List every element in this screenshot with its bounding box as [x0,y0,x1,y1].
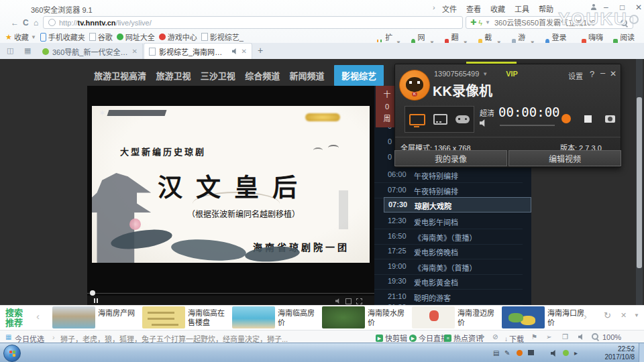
schedule-row[interactable]: 19:00《海南美》（首播） [374,259,523,275]
share-icon[interactable]: ➢ [546,333,551,341]
channel-tab-news[interactable]: 新闻频道 [290,69,325,82]
kk-account[interactable]: 13907565499 [434,70,479,78]
recommend-thumb-map-yellow[interactable] [142,306,185,328]
bookmark-site-directory[interactable]: 网址大全 [117,32,155,42]
recommend-item[interactable]: 海南房产网 [98,308,140,318]
schedule-row[interactable]: 12:30爱电影午间档 [374,214,523,229]
kk-settings-button[interactable]: 设置 [568,70,583,81]
bookmark-google[interactable]: 谷歌 [89,32,113,42]
tab-list-icon[interactable]: ▦ [24,46,31,55]
kk-close-button[interactable]: ✕ [610,69,616,78]
recommend-thumb-forest[interactable] [322,306,365,328]
lightning-icon[interactable]: ϟ [478,19,482,27]
recommend-refresh-icon[interactable]: ↻ [604,310,611,320]
recommend-thumb-map-color[interactable] [502,306,545,328]
mute-icon[interactable] [578,334,584,340]
kk-screenshot-button[interactable] [605,115,615,123]
back-button[interactable]: ← [11,18,19,27]
zoom-icon[interactable] [592,333,598,340]
page-scrollbar-thumb[interactable] [637,97,642,268]
kk-help-button[interactable]: ? [590,69,594,79]
tray-display-icon[interactable] [528,350,534,355]
kk-minimize-button[interactable]: – [600,68,605,78]
recommend-thumb-city[interactable] [52,306,95,328]
tab-hainan-tv[interactable]: 影视综艺_海南网络广播电视 ✕ [144,43,252,60]
recommend-more-icon[interactable]: ▼ [634,312,639,318]
kk-window-mode-icon[interactable] [433,114,447,125]
video-progress-handle[interactable] [90,290,95,296]
zoom-level[interactable]: 100% [602,333,621,341]
sidebar-toggle-icon[interactable]: ◫ [7,46,13,55]
hot-news-button[interactable]: ≡热点资讯 [444,333,483,343]
kk-my-videos-button[interactable]: 我的录像 [394,150,507,166]
new-tab-button[interactable]: + [258,45,263,56]
today-live-button[interactable]: ▶今日直播 [409,333,448,343]
settings-icon[interactable] [345,298,352,304]
recommend-item[interactable]: 海南澄迈房价 [458,308,499,327]
fullscreen-icon[interactable] [356,298,362,304]
menu-tools[interactable]: 工具 [515,3,529,14]
close-tab-icon[interactable]: ✕ [132,48,138,55]
kk-quality-label[interactable]: 超清 [480,107,494,118]
recommend-item[interactable]: 海南海口房价 [547,308,589,327]
schedule-row[interactable]: 16:50《海南美》（重播） [374,229,523,245]
close-tab-icon[interactable]: ✕ [241,48,247,55]
tray-kk-icon[interactable] [517,350,523,356]
tray-notify-icon[interactable]: ▸ [574,349,578,357]
channel-tab-sansha[interactable]: 三沙卫视 [201,69,235,82]
schedule-row[interactable]: 21:30星光剧场 [374,300,523,305]
address-bar[interactable]: http:// tv.hnntv.cn /live/yslive/ [43,16,463,29]
quick-cut-button[interactable]: ▶快剪辑 [376,333,407,343]
menu-view[interactable]: 查看 [466,3,481,14]
channel-tab-general[interactable]: 综合频道 [245,69,280,82]
channel-tab-travel-hd[interactable]: 旅游卫视高清 [94,69,146,82]
recommend-prev-icon[interactable]: ‹ [36,310,40,322]
channel-tab-movies-active[interactable]: 影视综艺 [334,65,384,86]
tab-audio-icon[interactable] [232,48,238,54]
menu-collapse-icon[interactable]: › [433,3,435,11]
volume-icon[interactable] [335,298,341,304]
search-engine-dropdown-icon[interactable]: ▼ [485,19,490,25]
kk-edit-video-button[interactable]: 编辑视频 [508,150,621,166]
refresh-button[interactable]: C [23,18,29,27]
schedule-row[interactable]: 17:25爱电影傍晚档 [374,244,523,259]
menu-file[interactable]: 文件 [442,3,457,14]
kk-account-dropdown-icon[interactable]: ▼ [482,71,488,77]
schedule-row[interactable]: 07:00午夜特别编排 [374,183,523,198]
schedule-row[interactable]: 19:30爱电影黄金档 [374,274,523,290]
tray-keyboard-icon[interactable]: ▤ [493,349,499,357]
channel-tab-travel[interactable]: 旅游卫视 [156,69,191,82]
schedule-row-current[interactable]: 07:30琼剧大戏院 [384,197,531,213]
show-desktop-button[interactable] [639,343,644,362]
recommend-item[interactable]: 海南临高在售楼盘 [188,308,229,327]
kk-record-button[interactable] [561,114,571,123]
skin-icon[interactable]: ✥ [479,333,484,341]
tray-360-icon[interactable] [563,350,569,356]
favorites-menu[interactable]: ★收藏▼ [5,32,36,42]
menu-help[interactable]: 帮助 [539,3,553,14]
recommend-thumb-beach[interactable] [232,306,275,328]
video-progress-track[interactable] [87,293,374,294]
report-flag-icon[interactable]: ⚑ [531,333,537,341]
tray-volume-icon[interactable] [551,350,557,357]
start-button[interactable] [3,345,21,362]
kk-stop-button[interactable] [584,115,592,123]
taskbar-clock[interactable]: 22:52 2017/10/8 [594,345,635,361]
home-button[interactable]: ⌂ [34,18,38,27]
adblock-icon[interactable]: ⊘ [492,333,498,341]
multi-window-icon[interactable]: ❐ [562,333,568,341]
kk-game-mode-icon[interactable] [455,115,470,123]
recommend-item[interactable]: 海南临高房价 [278,308,319,327]
plugin-icon[interactable]: ✚ [470,18,476,27]
bookmark-mobile-favorites[interactable]: 手机收藏夹 [40,32,85,42]
tab-360-navigation[interactable]: 360导航_新一代安全上网导航 ✕ [38,44,143,59]
tray-pen-icon[interactable]: ✎ [504,349,510,357]
kk-audio-icon[interactable] [480,119,487,127]
bookmark-yingshi-zongyi[interactable]: 影视综艺_ [201,32,244,42]
recommend-thumb-map-white[interactable] [412,306,455,328]
bookmark-game-center[interactable]: 游戏中心 [159,32,197,42]
recommend-next-icon[interactable]: › [584,310,587,322]
recommend-close-icon[interactable]: ✕ [621,311,627,320]
menu-favorites[interactable]: 收藏 [490,3,505,14]
pause-icon[interactable] [94,298,95,303]
